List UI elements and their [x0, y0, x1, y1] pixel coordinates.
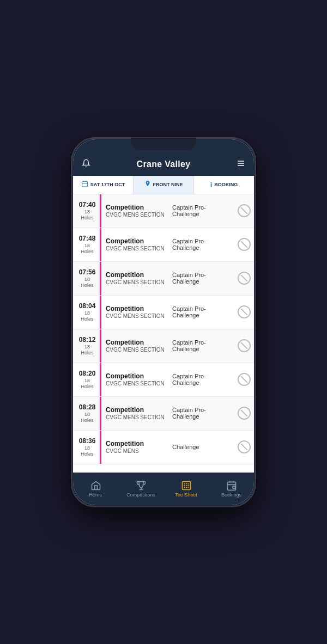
filter-booking[interactable]: i BOOKING — [194, 176, 254, 194]
phone-frame: Crane Valley — [71, 137, 256, 507]
tee-row[interactable]: 08:04 18 Holes Competition CVGC MENS SEC… — [73, 296, 254, 329]
holes-count: 18 — [84, 344, 90, 349]
info-icon: i — [210, 181, 213, 189]
action-col[interactable] — [234, 228, 254, 261]
tee-row[interactable]: 08:28 18 Holes Competition CVGC MENS SEC… — [73, 397, 254, 431]
competition-label: Competition — [106, 271, 166, 279]
comp-name: Captain Pro-Challenge — [172, 305, 232, 318]
nav-competitions[interactable]: Competitions — [118, 473, 164, 505]
action-col[interactable] — [234, 363, 254, 396]
holes-label: Holes — [81, 215, 93, 220]
tee-row[interactable]: 08:20 18 Holes Competition CVGC MENS SEC… — [73, 363, 254, 397]
holes-label: Holes — [81, 350, 93, 355]
comp-name-col: Captain Pro-Challenge — [170, 194, 234, 228]
comp-name: Captain Pro-Challenge — [172, 339, 232, 352]
action-col[interactable] — [234, 296, 254, 329]
svg-line-22 — [235, 488, 235, 489]
holes-label: Holes — [81, 451, 93, 457]
comp-name: Captain Pro-Challenge — [172, 272, 232, 285]
action-col[interactable] — [234, 329, 254, 363]
holes-label: Holes — [81, 384, 93, 389]
comp-name: Captain Pro-Challenge — [172, 373, 232, 386]
disabled-icon — [238, 407, 251, 420]
holes-label: Holes — [81, 249, 93, 254]
nav-teesheet[interactable]: Tee Sheet — [164, 473, 209, 505]
tee-time-col: 08:12 18 Holes — [73, 329, 101, 363]
filter-date-label: SAT 17TH OCT — [90, 182, 125, 187]
filter-location-label: FRONT NINE — [153, 182, 183, 187]
holes-label: Holes — [81, 418, 93, 423]
tee-time-col: 08:20 18 Holes — [73, 363, 101, 396]
pink-bar — [100, 431, 101, 464]
action-col[interactable] — [234, 397, 254, 430]
section-label: CVGC MENS SECTION — [106, 313, 166, 319]
tee-sheet-list: 07:40 18 Holes Competition CVGC MENS SEC… — [73, 194, 254, 473]
tee-row[interactable]: 07:40 18 Holes Competition CVGC MENS SEC… — [73, 194, 254, 228]
tee-time: 08:36 — [79, 437, 96, 445]
disabled-icon — [238, 204, 251, 217]
pink-bar — [100, 397, 101, 430]
action-col[interactable] — [234, 194, 254, 228]
competition-label: Competition — [106, 305, 166, 312]
nav-bookings[interactable]: Bookings — [209, 473, 254, 505]
competition-label: Competition — [106, 440, 166, 447]
holes-count: 18 — [84, 243, 90, 248]
pin-icon — [144, 180, 151, 189]
tee-row[interactable]: 07:48 18 Holes Competition CVGC MENS SEC… — [73, 228, 254, 262]
pink-bar — [100, 228, 101, 261]
comp-name-col: Captain Pro-Challenge — [170, 363, 234, 396]
competition-label: Competition — [106, 237, 166, 245]
filter-date[interactable]: SAT 17TH OCT — [73, 176, 134, 194]
menu-icon[interactable] — [237, 159, 245, 170]
action-col[interactable] — [234, 431, 254, 464]
app-header: Crane Valley — [73, 155, 254, 176]
tee-details-col: Competition CVGC MENS SECTION — [101, 397, 170, 430]
nav-home-label: Home — [89, 492, 102, 498]
tee-details-col: Competition CVGC MENS — [101, 431, 170, 464]
filter-booking-label: BOOKING — [214, 182, 238, 187]
tee-details-col: Competition CVGC MENS SECTION — [101, 194, 170, 228]
section-label: CVGC MENS SECTION — [106, 347, 166, 353]
tee-details-col: Competition CVGC MENS SECTION — [101, 329, 170, 363]
tee-row[interactable]: 07:56 18 Holes Competition CVGC MENS SEC… — [73, 262, 254, 296]
tee-time: 08:20 — [79, 370, 96, 377]
filter-bar: SAT 17TH OCT FRONT NINE i BOOKING — [73, 176, 254, 194]
tee-details-col: Competition CVGC MENS SECTION — [101, 262, 170, 295]
tee-row[interactable]: 08:36 18 Holes Competition CVGC MENS Cha… — [73, 431, 254, 464]
nav-home[interactable]: Home — [73, 473, 118, 505]
comp-name-col: Captain Pro-Challenge — [170, 397, 234, 430]
home-icon — [90, 480, 101, 491]
section-label: CVGC MENS SECTION — [106, 246, 166, 252]
tee-time: 07:56 — [79, 268, 96, 276]
bell-icon[interactable] — [82, 159, 90, 170]
comp-name: Captain Pro-Challenge — [172, 407, 232, 420]
bookings-icon — [226, 480, 237, 491]
tee-details-col: Competition CVGC MENS SECTION — [101, 363, 170, 396]
tee-time-col: 08:28 18 Holes — [73, 397, 101, 430]
screen: Crane Valley — [73, 139, 254, 505]
action-col[interactable] — [234, 262, 254, 295]
notch — [131, 138, 196, 150]
tee-time: 07:40 — [79, 201, 96, 208]
competition-label: Competition — [106, 406, 166, 414]
holes-label: Holes — [81, 316, 93, 322]
comp-name-col: Captain Pro-Challenge — [170, 329, 234, 363]
tee-time-col: 08:36 18 Holes — [73, 431, 101, 464]
section-label: CVGC MENS SECTION — [106, 212, 166, 218]
comp-name-col: Challenge — [170, 431, 234, 464]
nav-competitions-label: Competitions — [126, 492, 155, 498]
pink-bar — [100, 363, 101, 396]
bottom-nav: Home Competitions — [73, 473, 254, 505]
competition-label: Competition — [106, 204, 166, 211]
pink-bar — [100, 194, 101, 228]
tee-row[interactable]: 08:12 18 Holes Competition CVGC MENS SEC… — [73, 329, 254, 363]
disabled-icon — [238, 373, 251, 386]
holes-count: 18 — [84, 277, 90, 282]
pink-bar — [100, 329, 101, 363]
filter-location[interactable]: FRONT NINE — [134, 176, 194, 194]
holes-count: 18 — [84, 378, 90, 383]
comp-name: Captain Pro-Challenge — [172, 238, 232, 251]
nav-bookings-label: Bookings — [221, 492, 241, 498]
tee-time: 07:48 — [79, 235, 96, 242]
section-label: CVGC MENS — [106, 448, 166, 454]
